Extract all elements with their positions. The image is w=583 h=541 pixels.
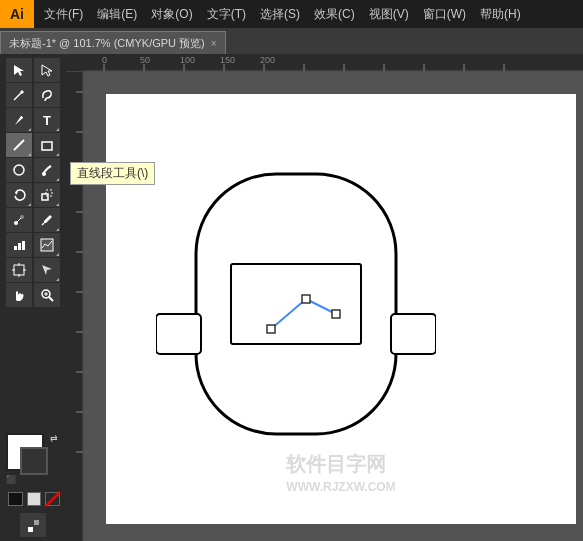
svg-marker-0 (14, 65, 24, 76)
tool-row-5 (2, 158, 64, 182)
blend-tool[interactable] (6, 208, 32, 232)
svg-line-15 (42, 223, 44, 225)
tool-row-6 (2, 183, 64, 207)
default-colors-icon[interactable]: ⬛ (6, 475, 20, 489)
svg-rect-31 (34, 520, 39, 525)
menu-bar: 文件(F) 编辑(E) 对象(O) 文字(T) 选择(S) 效果(C) 视图(V… (34, 0, 583, 28)
tool-row-8 (2, 233, 64, 257)
svg-text:100: 100 (180, 55, 195, 65)
tab-label: 未标题-1* @ 101.7% (CMYK/GPU 预览) (9, 36, 205, 51)
svg-rect-62 (391, 314, 436, 354)
text-tool[interactable]: T (34, 108, 60, 132)
none-btn[interactable] (45, 492, 60, 506)
artboard-tool[interactable] (6, 258, 32, 282)
svg-text:0: 0 (102, 55, 107, 65)
tool-row-1 (2, 58, 64, 82)
ruler-horizontal: 0 50 100 150 200 (66, 54, 583, 72)
menu-effect[interactable]: 效果(C) (308, 4, 361, 25)
magic-wand-tool[interactable] (6, 83, 32, 107)
tab-active[interactable]: 未标题-1* @ 101.7% (CMYK/GPU 预览) × (0, 31, 226, 54)
menu-select[interactable]: 选择(S) (254, 4, 306, 25)
svg-rect-17 (18, 243, 21, 250)
menu-object[interactable]: 对象(O) (145, 4, 198, 25)
tool-row-10 (2, 283, 64, 307)
color-mode-row (6, 492, 60, 506)
brush-tool[interactable] (34, 158, 60, 182)
color-btn[interactable] (8, 492, 23, 506)
svg-rect-6 (42, 142, 52, 150)
menu-file[interactable]: 文件(F) (38, 4, 89, 25)
svg-rect-68 (332, 310, 340, 318)
tool-row-3: T (2, 108, 64, 132)
svg-marker-25 (42, 265, 52, 275)
bar-chart-tool[interactable] (6, 233, 32, 257)
svg-rect-66 (267, 325, 275, 333)
eyedropper-tool[interactable] (34, 208, 60, 232)
white-btn[interactable] (27, 492, 42, 506)
zoom-tool[interactable] (34, 283, 60, 307)
tab-bar: 未标题-1* @ 101.7% (CMYK/GPU 预览) × (0, 28, 583, 54)
lasso-tool[interactable] (34, 83, 60, 107)
svg-point-7 (14, 165, 24, 175)
svg-text:200: 200 (260, 55, 275, 65)
ellipse-tool[interactable] (6, 158, 32, 182)
svg-rect-30 (28, 527, 33, 532)
title-bar: Ai 文件(F) 编辑(E) 对象(O) 文字(T) 选择(S) 效果(C) 视… (0, 0, 583, 28)
color-area: ⇄ ⬛ (2, 429, 64, 508)
rotate-tool[interactable] (6, 183, 32, 207)
canvas-area[interactable]: 0 50 100 150 200 (66, 54, 583, 541)
svg-rect-67 (302, 295, 310, 303)
svg-text:50: 50 (140, 55, 150, 65)
tool-row-7 (2, 208, 64, 232)
menu-edit[interactable]: 编辑(E) (91, 4, 143, 25)
screen-mode-tool[interactable] (20, 513, 46, 537)
main-area: T (0, 54, 583, 541)
svg-rect-10 (42, 194, 48, 200)
svg-point-8 (42, 172, 46, 176)
graph-tool[interactable] (34, 233, 60, 257)
svg-rect-18 (22, 241, 25, 250)
watermark-line2: WWW.RJZXW.COM (286, 480, 395, 494)
tool-row-9 (2, 258, 64, 282)
svg-rect-20 (14, 265, 24, 275)
menu-help[interactable]: 帮助(H) (474, 4, 527, 25)
document-canvas[interactable]: 软件目字网 WWW.RJZXW.COM (106, 94, 576, 524)
svg-rect-61 (156, 314, 201, 354)
svg-rect-16 (14, 246, 17, 250)
svg-line-27 (49, 297, 53, 301)
svg-text:150: 150 (220, 55, 235, 65)
svg-marker-1 (42, 65, 52, 76)
line-tool[interactable] (6, 133, 32, 157)
rect-tool[interactable] (34, 133, 60, 157)
hand-tool[interactable] (6, 283, 32, 307)
svg-rect-11 (46, 190, 52, 196)
svg-line-14 (17, 218, 21, 222)
toolbar: T (0, 54, 66, 541)
tab-close[interactable]: × (211, 38, 217, 49)
scale-tool[interactable] (34, 183, 60, 207)
swap-colors-icon[interactable]: ⇄ (50, 433, 62, 445)
tool-row-bottom (2, 513, 64, 537)
svg-line-2 (14, 92, 22, 100)
menu-window[interactable]: 窗口(W) (417, 4, 472, 25)
svg-line-5 (14, 140, 24, 150)
color-stack: ⇄ ⬛ (6, 433, 62, 489)
select-tool[interactable] (6, 58, 32, 82)
shape-svg (156, 114, 436, 474)
svg-rect-63 (231, 264, 361, 344)
ai-logo: Ai (0, 0, 34, 28)
stroke-color[interactable] (20, 447, 48, 475)
tool-row-4 (2, 133, 64, 157)
slice-tool[interactable] (34, 258, 60, 282)
pen-tool[interactable] (6, 108, 32, 132)
menu-text[interactable]: 文字(T) (201, 4, 252, 25)
tool-row-2 (2, 83, 64, 107)
svg-marker-9 (15, 192, 18, 195)
ruler-vertical (66, 72, 84, 541)
direct-select-tool[interactable] (34, 58, 60, 82)
menu-view[interactable]: 视图(V) (363, 4, 415, 25)
